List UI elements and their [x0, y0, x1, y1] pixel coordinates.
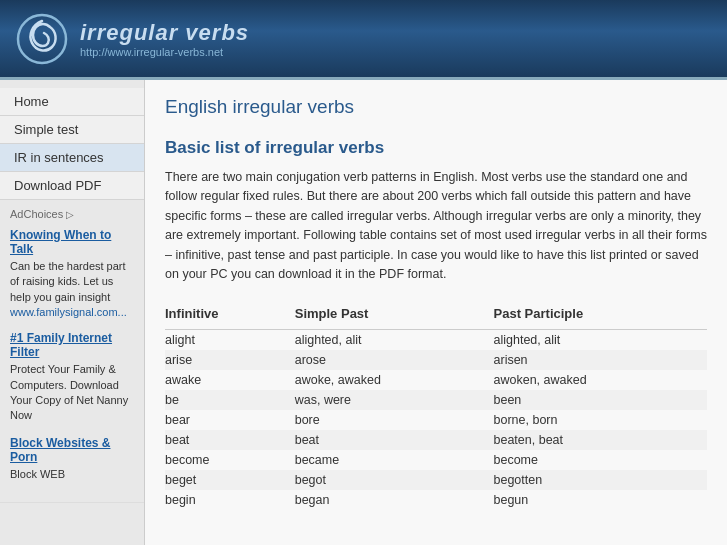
- nav-home[interactable]: Home: [0, 88, 144, 116]
- ad-section: AdChoices ▷ Knowing When to Talk Can be …: [0, 200, 144, 503]
- cell-simple-past: alighted, alit: [295, 330, 494, 351]
- cell-past-participle: alighted, alit: [494, 330, 707, 351]
- ad-link-1[interactable]: Knowing When to Talk: [10, 228, 134, 256]
- cell-infinitive: alight: [165, 330, 295, 351]
- table-row: begetbegotbegotten: [165, 470, 707, 490]
- main-content: English irregular verbs Basic list of ir…: [145, 80, 727, 545]
- ad-choices-icon: ▷: [66, 209, 74, 220]
- cell-past-participle: been: [494, 390, 707, 410]
- verb-table: Infinitive Simple Past Past Participle a…: [165, 302, 707, 510]
- ad-link-2[interactable]: #1 Family Internet Filter: [10, 331, 134, 359]
- cell-past-participle: beaten, beat: [494, 430, 707, 450]
- verb-table-body: alightalighted, alitalighted, alitarisea…: [165, 330, 707, 511]
- logo-icon: [16, 13, 68, 65]
- ad-text-2: Protect Your Family & Computers. Downloa…: [10, 363, 128, 421]
- cell-simple-past: awoke, awaked: [295, 370, 494, 390]
- ad-url-1: www.familysignal.com...: [10, 306, 127, 318]
- col-header-infinitive: Infinitive: [165, 302, 295, 330]
- ad-choices[interactable]: AdChoices ▷: [10, 208, 134, 220]
- ad-link-3[interactable]: Block Websites & Porn: [10, 436, 134, 464]
- cell-infinitive: arise: [165, 350, 295, 370]
- page-title: English irregular verbs: [165, 96, 707, 122]
- cell-infinitive: beget: [165, 470, 295, 490]
- ad-choices-label: AdChoices: [10, 208, 63, 220]
- col-header-simple-past: Simple Past: [295, 302, 494, 330]
- table-row: alightalighted, alitalighted, alit: [165, 330, 707, 351]
- logo-title: irregular verbs: [80, 20, 249, 46]
- cell-simple-past: began: [295, 490, 494, 510]
- cell-past-participle: arisen: [494, 350, 707, 370]
- cell-past-participle: become: [494, 450, 707, 470]
- col-header-past-participle: Past Participle: [494, 302, 707, 330]
- cell-infinitive: be: [165, 390, 295, 410]
- cell-simple-past: bore: [295, 410, 494, 430]
- table-row: awakeawoke, awakedawoken, awaked: [165, 370, 707, 390]
- section-title: Basic list of irregular verbs: [165, 138, 707, 158]
- table-row: bearboreborne, born: [165, 410, 707, 430]
- cell-simple-past: was, were: [295, 390, 494, 410]
- cell-past-participle: begotten: [494, 470, 707, 490]
- nav-download-pdf[interactable]: Download PDF: [0, 172, 144, 200]
- ad-block-2: #1 Family Internet Filter Protect Your F…: [10, 331, 134, 424]
- ad-text-1: Can be the hardest part of raising kids.…: [10, 260, 126, 303]
- cell-infinitive: beat: [165, 430, 295, 450]
- cell-past-participle: borne, born: [494, 410, 707, 430]
- logo-url: http://www.irregular-verbs.net: [80, 46, 249, 58]
- table-row: beginbeganbegun: [165, 490, 707, 510]
- cell-infinitive: begin: [165, 490, 295, 510]
- header: irregular verbs http://www.irregular-ver…: [0, 0, 727, 80]
- table-row: bewas, werebeen: [165, 390, 707, 410]
- cell-infinitive: bear: [165, 410, 295, 430]
- logo-text-block: irregular verbs http://www.irregular-ver…: [80, 20, 249, 58]
- cell-simple-past: begot: [295, 470, 494, 490]
- logo-container: irregular verbs http://www.irregular-ver…: [16, 13, 249, 65]
- cell-simple-past: arose: [295, 350, 494, 370]
- table-row: arisearosearisen: [165, 350, 707, 370]
- table-row: beatbeatbeaten, beat: [165, 430, 707, 450]
- sidebar: Home Simple test IR in sentences Downloa…: [0, 80, 145, 545]
- cell-simple-past: became: [295, 450, 494, 470]
- table-row: becomebecamebecome: [165, 450, 707, 470]
- cell-infinitive: awake: [165, 370, 295, 390]
- cell-simple-past: beat: [295, 430, 494, 450]
- ad-text-3: Block WEB: [10, 468, 65, 480]
- cell-past-participle: begun: [494, 490, 707, 510]
- intro-text: There are two main conjugation verb patt…: [165, 168, 707, 284]
- nav-ir-sentences[interactable]: IR in sentences: [0, 144, 144, 172]
- nav-simple-test[interactable]: Simple test: [0, 116, 144, 144]
- cell-infinitive: become: [165, 450, 295, 470]
- cell-past-participle: awoken, awaked: [494, 370, 707, 390]
- ad-block-3: Block Websites & Porn Block WEB: [10, 436, 134, 482]
- layout: Home Simple test IR in sentences Downloa…: [0, 80, 727, 545]
- ad-block-1: Knowing When to Talk Can be the hardest …: [10, 228, 134, 319]
